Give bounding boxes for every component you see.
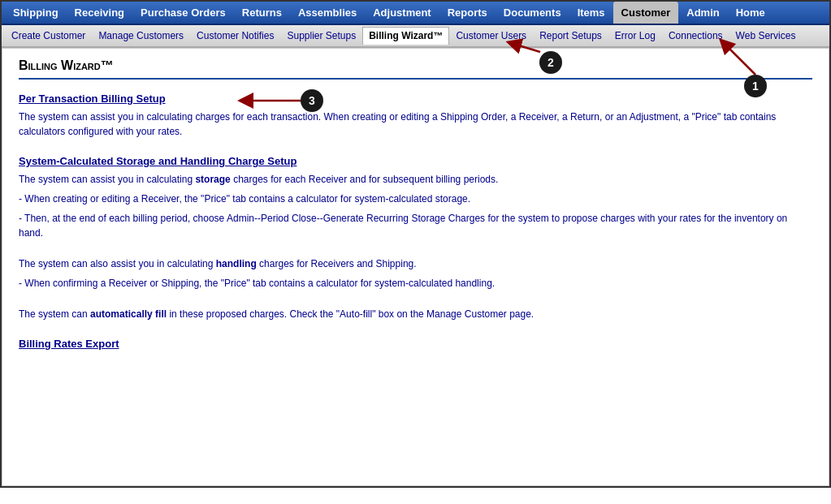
nav-returns[interactable]: Returns (234, 2, 290, 24)
subnav-manage-customers[interactable]: Manage Customers (92, 27, 190, 45)
subnav-error-log[interactable]: Error Log (608, 27, 662, 45)
subnav-create-customer[interactable]: Create Customer (5, 27, 92, 45)
handling-text-2: - When confirming a Receiver or Shipping… (19, 276, 812, 291)
billing-rates-link[interactable]: Billing Rates Export (19, 338, 119, 350)
nav-items[interactable]: Items (569, 2, 613, 24)
subnav-customer-users[interactable]: Customer Users (449, 27, 533, 45)
nav-adjustment[interactable]: Adjustment (365, 2, 439, 24)
subnav-supplier-setups[interactable]: Supplier Setups (280, 27, 362, 45)
sub-nav: Create Customer Manage Customers Custome… (2, 25, 829, 48)
subnav-report-setups[interactable]: Report Setups (533, 27, 608, 45)
nav-purchase-orders[interactable]: Purchase Orders (132, 2, 234, 24)
page-title: Billing Wizard™ (19, 58, 812, 80)
subnav-connections[interactable]: Connections (662, 27, 729, 45)
handling-text-1: The system can also assist you in calcul… (19, 256, 812, 271)
nav-admin[interactable]: Admin (678, 2, 727, 24)
top-nav: Shipping Receiving Purchase Orders Retur… (2, 2, 829, 25)
nav-assemblies[interactable]: Assemblies (290, 2, 365, 24)
nav-reports[interactable]: Reports (439, 2, 496, 24)
nav-receiving[interactable]: Receiving (67, 2, 132, 24)
storage-text-3: - Then, at the end of each billing perio… (19, 211, 812, 240)
autofill-text: The system can automatically fill in the… (19, 307, 812, 321)
storage-text-2: - When creating or editing a Receiver, t… (19, 192, 812, 206)
subnav-billing-wizard[interactable]: Billing Wizard™ (362, 27, 449, 45)
per-transaction-link[interactable]: Per Transaction Billing Setup (19, 93, 166, 105)
nav-customer[interactable]: Customer (613, 2, 679, 24)
app-wrapper: Shipping Receiving Purchase Orders Retur… (0, 0, 831, 488)
nav-home[interactable]: Home (728, 2, 773, 24)
billing-rates-section: Billing Rates Export (19, 338, 812, 355)
storage-handling-link[interactable]: System-Calculated Storage and Handling C… (19, 155, 296, 167)
subnav-customer-notifies[interactable]: Customer Notifies (190, 27, 280, 45)
subnav-web-services[interactable]: Web Services (729, 27, 803, 45)
per-transaction-section: Per Transaction Billing Setup The system… (19, 93, 812, 139)
nav-shipping[interactable]: Shipping (5, 2, 67, 24)
per-transaction-text: The system can assist you in calculating… (19, 110, 812, 139)
main-content: Billing Wizard™ Per Transaction Billing … (2, 48, 829, 486)
storage-handling-section: System-Calculated Storage and Handling C… (19, 155, 812, 321)
nav-documents[interactable]: Documents (496, 2, 569, 24)
storage-text-1: The system can assist you in calculating… (19, 172, 812, 187)
